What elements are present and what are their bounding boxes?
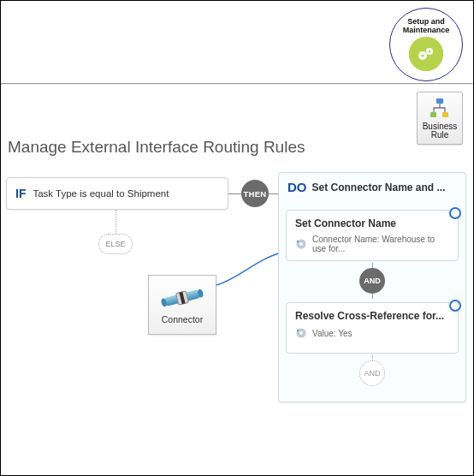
- if-condition-text: Task Type is equal to Shipment: [33, 188, 169, 199]
- edge-if-then: [228, 193, 241, 194]
- action-detail-row: Value: Yes: [295, 327, 449, 339]
- edge-if-else: [116, 210, 116, 234]
- page-title: Manage External Interface Routing Rules: [8, 138, 305, 157]
- badge-line2: Maintenance: [403, 26, 450, 34]
- svg-rect-4: [436, 98, 443, 104]
- action-title: Resolve Cross-Reference for...: [295, 310, 449, 322]
- and-add-slot: AND: [279, 359, 465, 388]
- else-node[interactable]: ELSE: [98, 234, 133, 254]
- svg-point-16: [299, 331, 303, 335]
- svg-point-14: [297, 241, 299, 242]
- badge-line1: Setup and: [407, 17, 445, 26]
- do-panel: DO Set Connector Name and ... Set Connec…: [278, 172, 466, 402]
- business-rule-label-2: Rule: [431, 130, 449, 140]
- action-handle-icon[interactable]: [449, 300, 461, 312]
- action-resolve-cross-reference[interactable]: Resolve Cross-Reference for... Value: Ye…: [286, 302, 459, 354]
- action-set-connector-name[interactable]: Set Connector Name Connector Name: Wareh…: [286, 210, 459, 261]
- and-node: AND: [359, 268, 385, 294]
- svg-point-3: [429, 51, 431, 53]
- action-detail-row: Connector Name: Warehouse to use for...: [295, 235, 449, 253]
- svg-rect-6: [442, 112, 448, 117]
- do-title: Set Connector Name and ...: [312, 181, 446, 193]
- if-keyword: IF: [15, 187, 26, 200]
- if-condition-card[interactable]: IF Task Type is equal to Shipment: [6, 177, 228, 210]
- header-region: Setup and Maintenance: [1, 1, 473, 83]
- action-handle-icon[interactable]: [449, 207, 461, 219]
- business-rule-button[interactable]: Business Rule: [417, 92, 463, 145]
- action-detail-text: Connector Name: Warehouse to use for...: [312, 235, 449, 253]
- svg-point-17: [297, 330, 299, 331]
- setup-maintenance-badge[interactable]: Setup and Maintenance: [389, 8, 463, 81]
- action-title: Set Connector Name: [295, 217, 449, 229]
- gear-icon: [295, 327, 307, 339]
- connector-icon: [158, 285, 206, 311]
- then-node: THEN: [241, 180, 269, 207]
- do-keyword: DO: [287, 180, 307, 194]
- svg-point-2: [421, 54, 424, 57]
- do-header: DO Set Connector Name and ...: [279, 173, 465, 203]
- and-connector: AND: [279, 266, 465, 295]
- gears-icon: [409, 37, 443, 71]
- svg-point-13: [299, 242, 303, 246]
- rule-canvas: Business Rule Manage External Interface …: [1, 85, 473, 476]
- action-detail-text: Value: Yes: [312, 329, 353, 338]
- flow-icon: [428, 97, 452, 121]
- edge-then-do: [269, 193, 278, 194]
- and-placeholder[interactable]: AND: [359, 360, 385, 386]
- connector-label: Connector: [162, 314, 203, 324]
- gear-icon: [295, 238, 307, 250]
- business-rule-label-1: Business: [423, 122, 458, 131]
- svg-rect-5: [430, 112, 436, 117]
- connector-card[interactable]: Connector: [148, 275, 216, 335]
